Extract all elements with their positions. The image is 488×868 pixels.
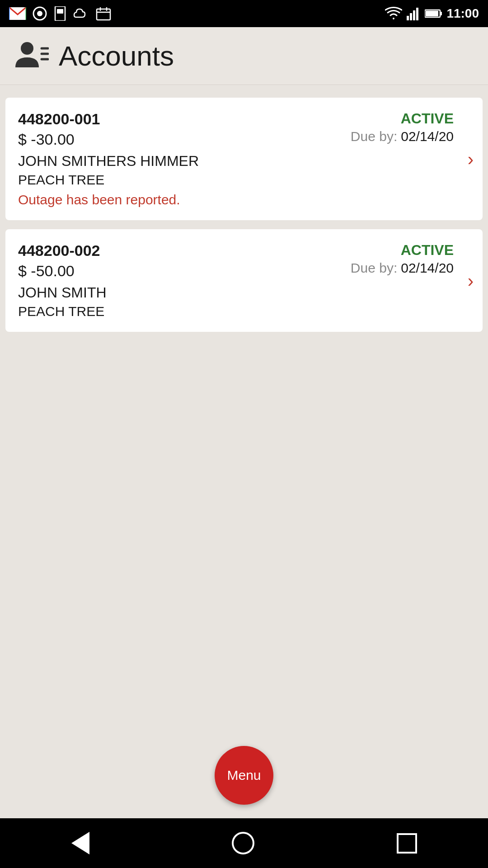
cloud-icon xyxy=(73,7,89,20)
accounts-list: 448200-001 $ -30.00 ACTIVE Due by: 02/14… xyxy=(0,85,488,344)
home-button[interactable] xyxy=(232,832,254,854)
account-card-1-right: ACTIVE Due by: 02/14/20 xyxy=(351,110,470,144)
account-number-1: 448200-001 xyxy=(18,110,351,128)
account-amount-1: $ -30.00 xyxy=(18,131,351,148)
status-bar-right-icons: 11:00 xyxy=(385,6,479,21)
svg-rect-14 xyxy=(416,8,418,20)
svg-rect-17 xyxy=(426,11,438,16)
svg-rect-16 xyxy=(440,12,442,15)
account-outage-1: Outage has been reported. xyxy=(18,192,470,208)
page-title: Accounts xyxy=(59,40,174,72)
account-card-1[interactable]: 448200-001 $ -30.00 ACTIVE Due by: 02/14… xyxy=(5,98,483,220)
recents-square-icon xyxy=(397,833,417,854)
account-name-2: JOHN SMITH xyxy=(18,284,470,301)
account-location-1: PEACH TREE xyxy=(18,172,470,188)
account-due-row-2: Due by: 02/14/20 xyxy=(351,260,454,276)
account-card-2-top: 448200-002 $ -50.00 ACTIVE Due by: 02/14… xyxy=(18,242,470,280)
menu-button[interactable]: Menu xyxy=(215,746,273,805)
svg-rect-12 xyxy=(410,13,412,20)
svg-rect-7 xyxy=(97,9,110,20)
battery-icon xyxy=(425,9,442,19)
account-number-2: 448200-002 xyxy=(18,242,351,259)
accounts-header-icon xyxy=(13,40,49,72)
circle-icon xyxy=(33,6,47,21)
bottom-nav xyxy=(0,818,488,868)
svg-point-4 xyxy=(37,11,42,16)
calendar-icon xyxy=(96,6,111,21)
svg-rect-6 xyxy=(57,9,63,14)
account-name-1: JOHN SMITHERS HIMMER xyxy=(18,153,470,170)
account-status-2: ACTIVE xyxy=(401,242,454,259)
account-status-1: ACTIVE xyxy=(401,110,454,127)
account-due-row-1: Due by: 02/14/20 xyxy=(351,129,454,144)
sim-icon xyxy=(53,6,67,21)
due-date-2: 02/14/20 xyxy=(401,260,454,276)
due-label-1: Due by: xyxy=(351,129,397,144)
menu-button-label: Menu xyxy=(227,768,261,783)
svg-rect-13 xyxy=(413,10,415,20)
due-date-1: 02/14/20 xyxy=(401,129,454,144)
back-triangle-icon xyxy=(71,832,89,854)
account-card-2[interactable]: 448200-002 $ -50.00 ACTIVE Due by: 02/14… xyxy=(5,229,483,332)
account-card-1-info: 448200-001 $ -30.00 xyxy=(18,110,351,148)
signal-icon xyxy=(407,7,420,20)
account-location-2: PEACH TREE xyxy=(18,304,470,319)
svg-point-18 xyxy=(21,42,33,55)
back-button[interactable] xyxy=(71,832,89,854)
account-amount-2: $ -50.00 xyxy=(18,262,351,280)
recents-button[interactable] xyxy=(397,833,417,854)
status-bar-left-icons xyxy=(9,6,111,21)
status-time: 11:00 xyxy=(446,6,479,21)
status-bar: 11:00 xyxy=(0,0,488,27)
svg-rect-11 xyxy=(407,16,409,20)
due-label-2: Due by: xyxy=(351,260,397,276)
users-icon xyxy=(13,40,49,72)
chevron-right-icon-1: › xyxy=(468,149,474,169)
chevron-right-icon-2: › xyxy=(468,270,474,291)
home-circle-icon xyxy=(232,832,254,854)
page-header: Accounts xyxy=(0,27,488,85)
account-card-2-right: ACTIVE Due by: 02/14/20 xyxy=(351,242,470,276)
account-card-2-info: 448200-002 $ -50.00 xyxy=(18,242,351,280)
gmail-icon xyxy=(9,7,26,20)
account-card-1-top: 448200-001 $ -30.00 ACTIVE Due by: 02/14… xyxy=(18,110,470,148)
wifi-icon xyxy=(385,7,402,20)
